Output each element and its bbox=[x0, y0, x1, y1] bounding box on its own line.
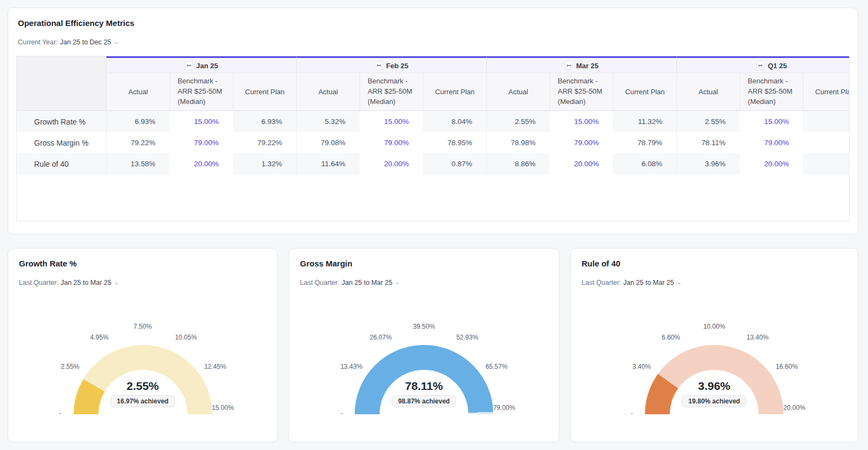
gauge-card-title: Growth Rate % bbox=[17, 259, 268, 268]
metric-cell: 79.22% bbox=[106, 132, 169, 153]
gauge-tick-label: 12.45% bbox=[204, 363, 226, 370]
month-label: Mar 25 bbox=[576, 62, 598, 70]
metric-cell: 2.55% bbox=[486, 111, 550, 132]
sub-header-row: ActualBenchmark - ARR $25-50M (Median)Cu… bbox=[17, 73, 850, 111]
gauge-card: Rule of 40 Last Quarter:Jan 25 to Mar 25… bbox=[570, 248, 858, 442]
metric-cell: 6.93% bbox=[106, 111, 169, 132]
period-value: Jan 25 to Mar 25 bbox=[623, 279, 674, 286]
metric-cell: 11.32% bbox=[613, 111, 676, 132]
achieved-badge: 16.97% achieved bbox=[110, 395, 175, 407]
achieved-badge: 98.87% achieved bbox=[391, 395, 456, 407]
month-header-row: ▸◂Jan 25▸◂Feb 25▸◂Mar 25▸◂Q1 25 bbox=[17, 56, 850, 73]
metric-cell: 15.00% bbox=[169, 111, 233, 132]
gauge-tick-label: - bbox=[341, 409, 343, 417]
last-quarter-period-selector[interactable]: Last Quarter:Jan 25 to Mar 25⌄ bbox=[298, 279, 400, 286]
metric-cell: 1.32% bbox=[233, 153, 296, 174]
collapse-columns-icon[interactable]: ▸◂ bbox=[185, 61, 192, 70]
col-header-actual: Actual bbox=[486, 73, 550, 111]
metric-cell: 13.58% bbox=[106, 153, 169, 174]
gauge-card: Growth Rate % Last Quarter:Jan 25 to Mar… bbox=[8, 248, 278, 442]
dashboard-page: Operational Efficiency Metrics Current Y… bbox=[0, 0, 868, 450]
row-label: Gross Margin % bbox=[17, 132, 106, 153]
period-value: Jan 25 to Dec 25 bbox=[60, 38, 112, 46]
gauge-value: 3.96% bbox=[590, 380, 839, 393]
table-row: Rule of 4013.58%20.00%1.32%11.64%20.00%0… bbox=[17, 153, 850, 174]
last-quarter-period-selector[interactable]: Last Quarter:Jan 25 to Mar 25⌄ bbox=[580, 279, 682, 286]
metric-cell: 79.00% bbox=[740, 132, 803, 153]
gauge-tick-label: 65.57% bbox=[486, 363, 508, 370]
month-header-q1-25: ▸◂Q1 25 bbox=[676, 56, 850, 73]
gauge-tick-label: 26.07% bbox=[370, 334, 392, 341]
metric-cell bbox=[803, 111, 850, 132]
gauge-tick-label: 10.05% bbox=[175, 334, 197, 341]
metric-cell: 8.86% bbox=[486, 153, 550, 174]
col-header-current-plan: Current Plan bbox=[803, 73, 850, 111]
month-label: Jan 25 bbox=[196, 62, 218, 70]
metric-cell: 78.11% bbox=[676, 132, 740, 153]
gauge-tick-label: 79.00% bbox=[493, 404, 515, 412]
gauge-value: 78.11% bbox=[299, 380, 549, 393]
current-year-period-selector[interactable]: Current Year:Jan 25 to Dec 25⌄ bbox=[16, 38, 119, 46]
collapse-columns-icon[interactable]: ▸◂ bbox=[756, 61, 764, 70]
metric-cell: 6.93% bbox=[233, 111, 296, 132]
metric-cell: 15.00% bbox=[740, 111, 803, 132]
metric-cell: 20.00% bbox=[169, 153, 233, 174]
metrics-table: ▸◂Jan 25▸◂Feb 25▸◂Mar 25▸◂Q1 25ActualBen… bbox=[17, 56, 850, 174]
metric-cell: 0.87% bbox=[423, 153, 486, 174]
period-label: Last Quarter: bbox=[582, 279, 621, 286]
gauge-tick-label: 20.00% bbox=[784, 404, 806, 412]
metric-cell: 78.98% bbox=[486, 132, 550, 153]
gauge-chart: 78.11% 98.87% achieved -13.43%26.07%39.5… bbox=[299, 317, 549, 414]
col-header-benchmark: Benchmark - ARR $25-50M (Median) bbox=[360, 73, 423, 111]
metric-cell: 2.55% bbox=[676, 111, 740, 132]
month-header-feb-25: ▸◂Feb 25 bbox=[296, 56, 486, 73]
gauge-chart: 3.96% 19.80% achieved -3.40%6.60%10.00%1… bbox=[590, 317, 839, 414]
gauge-tick-label: 52.93% bbox=[456, 334, 479, 341]
metrics-table-container[interactable]: ▸◂Jan 25▸◂Feb 25▸◂Mar 25▸◂Q1 25ActualBen… bbox=[16, 56, 850, 221]
metric-cell: 3.96% bbox=[676, 153, 740, 174]
metric-cell: 20.00% bbox=[550, 153, 613, 174]
chevron-down-icon: ⌄ bbox=[677, 279, 682, 285]
operational-efficiency-card: Operational Efficiency Metrics Current Y… bbox=[8, 8, 858, 234]
metrics-card-title: Operational Efficiency Metrics bbox=[16, 18, 850, 28]
gauge-card-title: Rule of 40 bbox=[580, 259, 849, 268]
gauge-tick-label: 7.50% bbox=[133, 323, 152, 330]
table-corner-cell bbox=[17, 56, 106, 111]
metric-cell: 6.08% bbox=[613, 153, 676, 174]
metric-cell bbox=[803, 132, 850, 153]
col-header-benchmark: Benchmark - ARR $25-50M (Median) bbox=[740, 73, 803, 111]
collapse-columns-icon[interactable]: ▸◂ bbox=[375, 61, 382, 70]
gauge-tick-label: - bbox=[60, 409, 62, 417]
metric-cell: 8.04% bbox=[423, 111, 486, 132]
gauge-tick-label: 2.55% bbox=[61, 363, 79, 370]
metric-cell: 15.00% bbox=[360, 111, 423, 132]
month-header-jan-25: ▸◂Jan 25 bbox=[106, 56, 296, 73]
month-label: Feb 25 bbox=[386, 62, 408, 70]
metric-cell: 78.79% bbox=[613, 132, 676, 153]
gauge-chart: 2.55% 16.97% achieved -2.55%4.95%7.50%10… bbox=[18, 317, 267, 414]
gauge-tick-label: 39.50% bbox=[413, 323, 435, 330]
metric-cell: 79.08% bbox=[296, 132, 360, 153]
metric-cell: 20.00% bbox=[360, 153, 423, 174]
col-header-benchmark: Benchmark - ARR $25-50M (Median) bbox=[169, 73, 233, 111]
gauge-tick-label: - bbox=[631, 409, 633, 417]
gauge-tick-label: 15.00% bbox=[212, 404, 234, 412]
table-row: Growth Rate %6.93%15.00%6.93%5.32%15.00%… bbox=[17, 111, 850, 132]
month-header-mar-25: ▸◂Mar 25 bbox=[486, 56, 676, 73]
metric-cell: 79.00% bbox=[550, 132, 613, 153]
collapse-columns-icon[interactable]: ▸◂ bbox=[565, 61, 572, 70]
gauge-cards-row: Growth Rate % Last Quarter:Jan 25 to Mar… bbox=[8, 248, 860, 442]
metric-cell bbox=[803, 153, 850, 174]
col-header-actual: Actual bbox=[676, 73, 740, 111]
col-header-current-plan: Current Plan bbox=[423, 73, 486, 111]
last-quarter-period-selector[interactable]: Last Quarter:Jan 25 to Mar 25⌄ bbox=[17, 279, 119, 286]
gauge-tick-label: 6.60% bbox=[662, 334, 680, 341]
metric-cell: 79.00% bbox=[169, 132, 233, 153]
col-header-actual: Actual bbox=[106, 73, 169, 111]
row-label: Rule of 40 bbox=[17, 153, 106, 174]
period-value: Jan 25 to Mar 25 bbox=[61, 279, 112, 286]
chevron-down-icon: ⌄ bbox=[395, 279, 400, 285]
gauge-tick-label: 10.00% bbox=[703, 323, 726, 330]
col-header-actual: Actual bbox=[296, 73, 360, 111]
gauge-tick-label: 13.40% bbox=[747, 334, 769, 341]
